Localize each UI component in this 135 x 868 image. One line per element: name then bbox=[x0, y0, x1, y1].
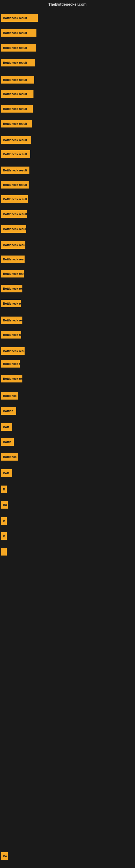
bar-label: Bottleneck result bbox=[3, 243, 26, 247]
bar-item: Bo bbox=[1, 501, 8, 508]
bar-item: Bottleneck res bbox=[1, 331, 21, 339]
bar-label: Bottlenec bbox=[3, 394, 16, 397]
bar-label: Bottleneck result bbox=[3, 152, 27, 156]
bar-label: Bottleneck result bbox=[3, 46, 27, 50]
bar bbox=[1, 548, 7, 556]
bar-item: Bottleneck result bbox=[1, 90, 34, 98]
bar: Bottleneck result bbox=[1, 241, 26, 249]
bar-item: Bottleneck result bbox=[1, 59, 35, 66]
bar-label: Bottleneck result bbox=[3, 138, 27, 142]
bar: B bbox=[1, 486, 7, 493]
bar-item: Bottleneck result bbox=[1, 120, 32, 127]
bar-label: Bottleneck result bbox=[3, 16, 27, 20]
bar-item: Bottleneck result bbox=[1, 210, 27, 218]
bar-label: B bbox=[3, 520, 5, 523]
bar-label: Bottlen bbox=[3, 409, 13, 412]
bar: Bottleneck result bbox=[1, 150, 30, 158]
bar-item: B bbox=[1, 532, 7, 540]
bar-label: Bottleneck result bbox=[3, 258, 25, 261]
bar: B bbox=[1, 517, 7, 525]
bar: Bo bbox=[1, 501, 8, 508]
bar-item: Bottleneck result bbox=[1, 195, 28, 203]
bar-item: Bottleneck result bbox=[1, 255, 25, 263]
bar: Bottleneck re bbox=[1, 300, 21, 307]
bar-label: Bo bbox=[3, 855, 7, 858]
bar-item: Bottleneck result bbox=[1, 29, 37, 37]
bar-item: Bottleneck result bbox=[1, 181, 29, 188]
site-title: TheBottlenecker.com bbox=[0, 0, 135, 9]
bar: Bottlenec bbox=[1, 392, 18, 400]
bar-item: Bottleneck re bbox=[1, 300, 21, 307]
bar-label: Bottleneck result bbox=[3, 61, 27, 64]
bar-label: Bottle bbox=[3, 440, 11, 443]
bar: Bottleneck result bbox=[1, 76, 34, 84]
bar-item: Bottle bbox=[1, 438, 14, 446]
bar-label: Bottleneck result bbox=[3, 272, 24, 275]
bar: Bottleneck result bbox=[1, 255, 25, 263]
bar-item: Bottleneck resu bbox=[1, 316, 22, 324]
header: TheBottlenecker.com bbox=[0, 0, 135, 9]
bar-item: Bo bbox=[1, 852, 8, 860]
bar: Bo bbox=[1, 852, 8, 860]
bar: Bott bbox=[1, 469, 12, 477]
bar-label: Bottleneck result bbox=[3, 31, 27, 34]
bar-label: Bott bbox=[3, 471, 9, 475]
bar-item: Bottleneck result bbox=[1, 241, 26, 249]
bar: Bottleneck result bbox=[1, 29, 37, 37]
bar: Bottleneck result bbox=[1, 210, 27, 218]
bar: Bottleneck resu bbox=[1, 375, 22, 382]
bar: Bottleneck result bbox=[1, 120, 32, 127]
bar-label: Bottleneck resu bbox=[3, 377, 22, 380]
bar-label: Bottleneck result bbox=[3, 92, 27, 95]
bar-item: Bottleneck result bbox=[1, 105, 33, 113]
bar-label: Bottlenec bbox=[3, 455, 16, 458]
bar-label: Bo bbox=[3, 503, 7, 506]
bar-item: Bottleneck result bbox=[1, 166, 30, 174]
bar: Bottleneck result bbox=[1, 44, 36, 52]
bar-item: Bottleneck result bbox=[1, 14, 38, 22]
bar: Bottleneck result bbox=[1, 181, 29, 188]
bar-label: Bott bbox=[3, 425, 9, 429]
bar: Bottlen bbox=[1, 407, 16, 415]
bar-label: Bottleneck re bbox=[3, 302, 21, 305]
bar-label: Bottleneck result bbox=[3, 227, 26, 230]
bar-label: Bottleneck r bbox=[3, 362, 20, 365]
bar-label: Bottleneck result bbox=[3, 183, 27, 186]
bar-item: Bottlenec bbox=[1, 453, 18, 461]
bar-item: Bottleneck result bbox=[1, 150, 30, 158]
bar-item: Bottleneck result bbox=[1, 347, 25, 355]
bar-item: Bott bbox=[1, 469, 12, 477]
bar: Bottleneck result bbox=[1, 270, 24, 278]
bar: Bott bbox=[1, 423, 12, 431]
bar-label: B bbox=[3, 534, 5, 538]
bar-label: Bottleneck resu bbox=[3, 319, 22, 322]
bar-label: Bottleneck res bbox=[3, 333, 21, 336]
bar: Bottleneck resu bbox=[1, 285, 22, 292]
bar: Bottleneck result bbox=[1, 14, 38, 22]
bar-item: B bbox=[1, 517, 7, 525]
bar: Bottleneck resu bbox=[1, 316, 22, 324]
bar-item: Bottleneck resu bbox=[1, 375, 22, 382]
bar-item bbox=[1, 548, 7, 556]
bar: Bottleneck result bbox=[1, 59, 35, 66]
bar: Bottleneck result bbox=[1, 195, 28, 203]
bar: Bottlenec bbox=[1, 453, 18, 461]
bar: Bottleneck result bbox=[1, 90, 34, 98]
bar-label: Bottleneck result bbox=[3, 122, 27, 125]
bar: Bottleneck result bbox=[1, 136, 31, 144]
bar-item: Bottleneck r bbox=[1, 360, 20, 368]
bar: Bottleneck result bbox=[1, 166, 30, 174]
bar-label: B bbox=[3, 488, 5, 491]
bar-label: Bottleneck result bbox=[3, 107, 27, 111]
bar: Bottle bbox=[1, 438, 14, 446]
bar-item: Bottlenec bbox=[1, 392, 18, 400]
bar: Bottleneck result bbox=[1, 105, 33, 113]
bar-item: Bott bbox=[1, 423, 12, 431]
bar-item: Bottleneck result bbox=[1, 76, 34, 84]
bar: Bottleneck res bbox=[1, 331, 21, 339]
bar-item: Bottleneck resu bbox=[1, 285, 22, 292]
bar: Bottleneck result bbox=[1, 225, 26, 233]
bar-label: Bottleneck result bbox=[3, 349, 25, 352]
bar-item: B bbox=[1, 486, 7, 493]
bar-item: Bottleneck result bbox=[1, 270, 24, 278]
